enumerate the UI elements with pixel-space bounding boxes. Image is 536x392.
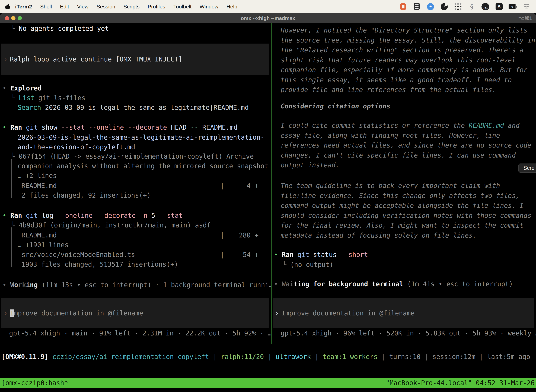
terminal-pane-left[interactable]: └ No agents completed yet›Ralph loop act… [0, 23, 271, 344]
text-segment: and-the-erosion-of-copyleft.md [18, 143, 135, 151]
shield-grid-icon[interactable] [412, 2, 421, 12]
text-segment: Ran [10, 212, 22, 219]
text-segment: README.md [198, 124, 238, 131]
prompt-caret: › [275, 309, 279, 317]
text-segment: 1903 files changed, 513517 insertions(+) [21, 261, 178, 268]
squiggle-icon[interactable]: § [467, 2, 476, 12]
text-segment: 2026-03-09-is-legal-the-same-as-legitima… [18, 134, 264, 141]
indent-guide [11, 227, 12, 267]
terminal-pane-right[interactable]: However, I noticed the "Directory Struct… [272, 23, 536, 344]
text-segment: README.md [469, 122, 504, 129]
menu-bar: iTerm2ShellEditViewSessionScriptsProfile… [0, 0, 536, 13]
recording-indicator-icon[interactable] [399, 2, 407, 12]
no-output-line: └ (no output) [282, 260, 333, 270]
wifi-arcs [522, 4, 531, 10]
text-segment: (11m 13s • esc to interrupt) · 1 backgro… [38, 281, 271, 289]
text-segment: └ [11, 25, 19, 32]
menu-item-view[interactable]: View [77, 4, 88, 10]
diffstat-row: README.md|280+ [21, 230, 57, 240]
screenshot-tooltip[interactable]: Scre [518, 163, 536, 173]
text-segment: • [2, 124, 10, 131]
text-segment: … +2 lines [18, 172, 57, 179]
menu-items: iTerm2ShellEditViewSessionScriptsProfile… [15, 4, 237, 10]
menu-item-session[interactable]: Session [96, 4, 115, 10]
text-segment: gpt-5.4 xhigh · main · 91% left · 2.31M … [9, 330, 271, 337]
text-segment: Wai [282, 280, 294, 288]
text-segment: | [311, 353, 323, 361]
battery-icon[interactable]: ϟ [509, 2, 517, 12]
stat-part: | [220, 232, 224, 239]
window-title-bar[interactable]: omx --xhigh --madmax ⌥⌘1 [0, 13, 536, 23]
text-segment: HEAD [167, 124, 191, 131]
text-segment: No agents completed yet [19, 25, 109, 32]
dots-grid-icon[interactable] [454, 2, 462, 12]
model-status-line: gpt-5.4 xhigh · main · 91% left · 2.31M … [9, 328, 271, 338]
stat-part: 54 [224, 250, 255, 260]
reasoning-heading: Considering citation options [281, 101, 390, 111]
text-segment: (no output) [290, 261, 333, 269]
diffstat-row: README.md|4+ [21, 181, 57, 191]
more-lines-note: … +2 lines [18, 171, 57, 181]
text-segment: o [14, 281, 18, 289]
text-segment: Ran [10, 124, 22, 131]
ran-git-log: • Ran git log --oneline --decorate -n 5 … [2, 211, 183, 221]
text-segment [293, 251, 297, 258]
stat-part: 280 [224, 230, 255, 240]
tmux-host-clock: "MacBook-Pro-44.local" 04:52 31-Mar-26 [386, 378, 535, 388]
text-segment: [OMX#0.11.9] [1, 353, 53, 361]
prompt-input[interactable]: ›Improve documentation in @filename [1, 298, 269, 328]
menu-item-edit[interactable]: Edit [60, 4, 69, 10]
battery-bolt: ϟ [511, 5, 513, 8]
explored-header: • Explored [2, 84, 42, 93]
prompt-input[interactable]: ›Improve documentation in @filename [273, 298, 534, 328]
apple-logo-icon[interactable] [5, 4, 10, 9]
pac-circle-icon[interactable] [440, 2, 448, 12]
ralph-loop-input[interactable]: ›Ralph loop active continue [OMX_TMUX_IN… [1, 44, 269, 75]
menu-item-iterm2[interactable]: iTerm2 [15, 4, 32, 10]
text-segment: The team guideline is to back every impo… [281, 182, 531, 239]
text-segment: ting for background terminal [293, 280, 403, 288]
diffstat-row: src/voice/voiceModeEnabled.ts|54+ [21, 250, 135, 260]
menu-item-scripts[interactable]: Scripts [124, 4, 140, 10]
text-segment: (1m 41s • esc to interrupt) [403, 280, 513, 288]
badge-61-icon[interactable]: ..61 [481, 2, 490, 12]
input-source-icon[interactable]: A [495, 2, 503, 12]
text-segment: i [26, 281, 30, 289]
text-segment: 2 files changed, 92 insertions(+) [21, 191, 151, 199]
stat-part: + [255, 182, 258, 190]
text-segment: | [209, 353, 221, 361]
menu-item-help[interactable]: Help [226, 4, 237, 10]
menu-item-toolbelt[interactable]: Toolbelt [173, 4, 191, 10]
wifi-icon[interactable] [522, 2, 531, 12]
verified-badge-icon[interactable]: ϟ [426, 2, 435, 12]
text-segment: -- [191, 124, 198, 131]
menu-item-window[interactable]: Window [200, 4, 218, 10]
working-status: • Working (11m 13s • esc to interrupt) ·… [2, 280, 271, 290]
stat-part: + [255, 232, 258, 239]
ran-git-show: • Ran git show --stat --oneline --decora… [2, 123, 238, 132]
text-segment: | [264, 353, 276, 361]
diff-summary: 1903 files changed, 513517 insertions(+) [21, 260, 178, 269]
text-segment: status [309, 251, 341, 258]
text-segment: • [2, 84, 10, 92]
text-segment: Search [18, 104, 41, 111]
text-segment: turns:10 [389, 353, 421, 361]
battery-body: ϟ [509, 4, 516, 9]
no-agents-line: └ No agents completed yet [11, 24, 109, 33]
text-segment: └ [11, 153, 19, 160]
menu-item-shell[interactable]: Shell [40, 4, 52, 10]
text-segment: I could cite commit statistics or refere… [281, 122, 469, 129]
text-segment: Ran [282, 251, 294, 258]
input-text: mprove documentation in @filename [14, 309, 143, 317]
window-shortcut-badge: ⌥⌘1 [518, 13, 532, 23]
stat-count: |54+ [220, 250, 259, 260]
menu-item-profiles[interactable]: Profiles [148, 4, 165, 10]
text-segment: └ [11, 221, 19, 229]
dots-grid-shape [455, 3, 456, 5]
commit-msg-line: companion analysis without altering the … [18, 161, 268, 171]
text-segment: … +1901 lines [18, 241, 69, 249]
stat-count: |4+ [220, 181, 259, 191]
stat-part: | [220, 251, 224, 258]
text-segment: 2026-03-09-is-legal-the-same-as-legitima… [41, 104, 249, 111]
text-segment: r [18, 281, 22, 289]
